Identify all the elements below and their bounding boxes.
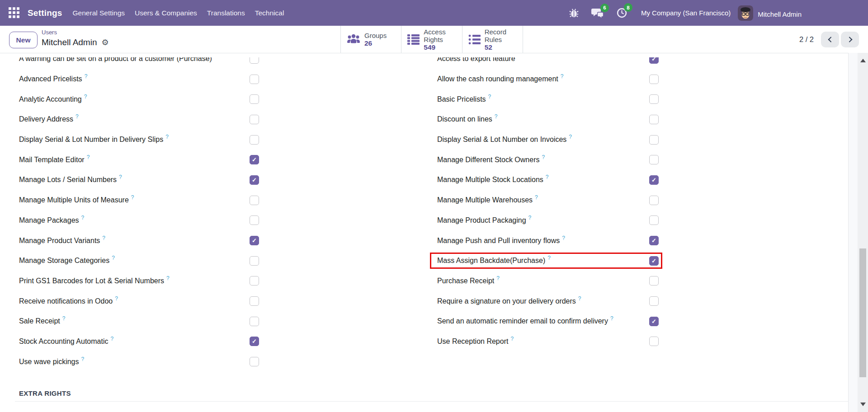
setting-label[interactable]: Manage Multiple Warehouses — [433, 196, 533, 204]
setting-checkbox[interactable]: ✓ — [649, 236, 659, 245]
setting-label[interactable]: Manage Lots / Serial Numbers — [15, 176, 117, 184]
setting-checkbox[interactable] — [250, 215, 259, 225]
help-question-icon[interactable]: ? — [110, 336, 113, 342]
setting-checkbox[interactable]: ✓ — [250, 337, 259, 346]
access-rights-stat-button[interactable]: Access Rights 549 — [401, 26, 462, 53]
setting-checkbox[interactable] — [649, 94, 659, 104]
help-question-icon[interactable]: ? — [81, 356, 85, 362]
breadcrumb-users-link[interactable]: Users — [42, 28, 109, 36]
setting-label[interactable]: Send an automatic reminder email to conf… — [433, 317, 608, 325]
setting-checkbox[interactable]: ✓ — [250, 155, 259, 164]
setting-checkbox[interactable] — [250, 296, 259, 306]
setting-label[interactable]: Analytic Accounting — [15, 95, 82, 103]
pager-next-button[interactable] — [841, 32, 859, 47]
help-question-icon[interactable]: ? — [495, 113, 498, 120]
app-name[interactable]: Settings — [24, 8, 68, 18]
setting-checkbox[interactable] — [250, 357, 259, 366]
setting-label[interactable]: Manage Product Variants — [15, 237, 100, 245]
setting-checkbox[interactable]: ✓ — [649, 256, 659, 266]
setting-label[interactable]: Sale Receipt — [15, 317, 60, 325]
setting-checkbox[interactable] — [250, 276, 259, 286]
setting-label[interactable]: Advanced Pricelists — [15, 75, 82, 83]
setting-checkbox[interactable] — [250, 196, 259, 205]
setting-label[interactable]: Manage Multiple Units of Measure — [15, 196, 129, 204]
help-question-icon[interactable]: ? — [562, 235, 565, 241]
setting-checkbox[interactable] — [250, 57, 259, 64]
help-question-icon[interactable]: ? — [112, 255, 115, 261]
help-question-icon[interactable]: ? — [496, 275, 500, 281]
menu-users-companies[interactable]: Users & Companies — [130, 0, 202, 26]
record-rules-stat-button[interactable]: Record Rules 52 — [462, 26, 523, 53]
messages-icon[interactable]: 6 — [591, 8, 604, 19]
setting-checkbox[interactable]: ✓ — [649, 57, 659, 64]
setting-checkbox[interactable] — [649, 155, 659, 164]
activities-clock-icon[interactable]: 8 — [616, 7, 627, 19]
menu-technical[interactable]: Technical — [250, 0, 289, 26]
help-question-icon[interactable]: ? — [119, 174, 122, 180]
setting-checkbox[interactable]: ✓ — [250, 236, 259, 245]
pager-previous-button[interactable] — [821, 32, 839, 47]
setting-label[interactable]: A warning can be set on a product or a c… — [15, 57, 212, 63]
help-question-icon[interactable]: ? — [528, 215, 532, 221]
setting-label[interactable]: Display Serial & Lot Number in Delivery … — [15, 136, 163, 144]
help-question-icon[interactable]: ? — [510, 336, 514, 342]
help-question-icon[interactable]: ? — [610, 315, 613, 322]
setting-checkbox[interactable] — [250, 75, 259, 84]
company-switcher[interactable]: My Company (San Francisco) — [641, 9, 731, 17]
setting-checkbox[interactable] — [250, 317, 259, 326]
setting-checkbox[interactable]: ✓ — [250, 175, 259, 185]
user-avatar[interactable] — [738, 5, 753, 21]
user-menu[interactable]: Mitchell Admin — [758, 10, 802, 18]
help-question-icon[interactable]: ? — [102, 235, 105, 241]
setting-label[interactable]: Manage Storage Categories — [15, 257, 109, 265]
setting-label[interactable]: Mail Template Editor — [15, 156, 85, 164]
scrollbar-down-arrow-icon[interactable] — [860, 403, 866, 406]
help-question-icon[interactable]: ? — [546, 174, 549, 180]
help-question-icon[interactable]: ? — [87, 154, 90, 160]
setting-label[interactable]: Purchase Receipt — [433, 277, 494, 285]
vertical-scrollbar[interactable] — [858, 53, 868, 412]
actions-gear-icon[interactable]: ⚙ — [102, 38, 109, 47]
menu-general-settings[interactable]: General Settings — [68, 0, 130, 26]
new-button[interactable]: New — [9, 32, 38, 48]
setting-label[interactable]: Manage Product Packaging — [433, 216, 526, 225]
setting-checkbox[interactable]: ✓ — [649, 175, 659, 185]
help-question-icon[interactable]: ? — [62, 315, 66, 322]
help-question-icon[interactable]: ? — [488, 94, 491, 100]
setting-checkbox[interactable] — [649, 215, 659, 225]
setting-label[interactable]: Delivery Address — [15, 115, 73, 123]
setting-label[interactable]: Discount on lines — [433, 115, 492, 123]
setting-label[interactable]: Print GS1 Barcodes for Lot & Serial Numb… — [15, 277, 164, 285]
help-question-icon[interactable]: ? — [547, 255, 551, 261]
setting-label[interactable]: Manage Different Stock Owners — [433, 156, 539, 164]
setting-checkbox[interactable] — [649, 115, 659, 124]
apps-grid-icon[interactable] — [9, 7, 20, 19]
setting-checkbox[interactable] — [250, 135, 259, 145]
setting-label[interactable]: Use Reception Report — [433, 337, 508, 346]
help-question-icon[interactable]: ? — [578, 295, 581, 302]
debug-bug-icon[interactable] — [569, 8, 579, 18]
help-question-icon[interactable]: ? — [131, 194, 134, 201]
help-question-icon[interactable]: ? — [542, 154, 545, 160]
setting-checkbox[interactable]: ✓ — [649, 317, 659, 326]
menu-translations[interactable]: Translations — [202, 0, 250, 26]
setting-label[interactable]: Require a signature on your delivery ord… — [433, 297, 576, 305]
help-question-icon[interactable]: ? — [165, 134, 169, 140]
setting-checkbox[interactable] — [250, 94, 259, 104]
setting-label[interactable]: Mass Assign Backdate(Purchase) — [433, 257, 545, 265]
setting-checkbox[interactable] — [250, 256, 259, 266]
setting-checkbox[interactable] — [649, 276, 659, 286]
setting-checkbox[interactable] — [649, 296, 659, 306]
setting-label[interactable]: Basic Pricelists — [433, 95, 486, 103]
setting-label[interactable]: Access to export feature — [433, 57, 515, 63]
setting-label[interactable]: Stock Accounting Automatic — [15, 337, 108, 346]
help-question-icon[interactable]: ? — [75, 113, 79, 120]
help-question-icon[interactable]: ? — [561, 73, 564, 80]
scrollbar-thumb[interactable] — [859, 248, 866, 377]
groups-stat-button[interactable]: Groups 26 — [341, 26, 401, 53]
setting-label[interactable]: Manage Packages — [15, 216, 79, 225]
setting-label[interactable]: Manage Push and Pull inventory flows — [433, 237, 560, 245]
help-question-icon[interactable]: ? — [115, 295, 118, 302]
setting-label[interactable]: Use wave pickings — [15, 358, 79, 366]
setting-checkbox[interactable] — [649, 337, 659, 346]
